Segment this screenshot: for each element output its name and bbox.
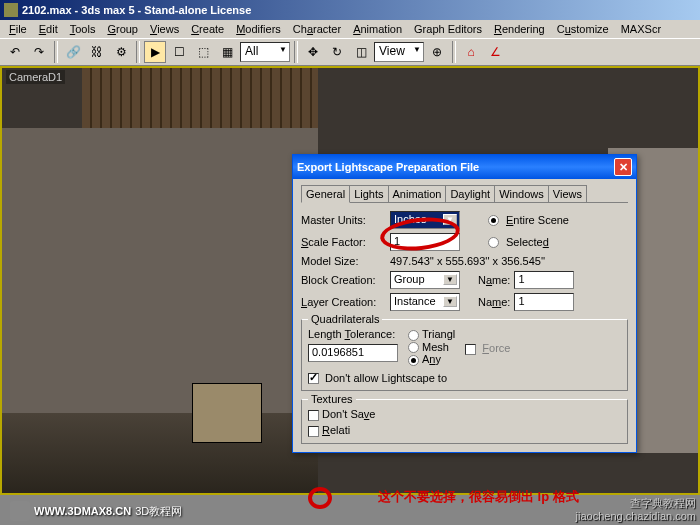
block-creation-label: Block Creation:	[301, 274, 386, 286]
relative-label: Relati	[322, 424, 350, 436]
force-checkbox	[465, 344, 476, 355]
scale-factor-label: Scale Factor:	[301, 236, 386, 248]
menu-create[interactable]: Create	[186, 22, 229, 36]
annotation-text: 这个不要选择，很容易倒出 lp 格式	[378, 488, 579, 506]
angle-snap-button[interactable]: ∠	[484, 41, 506, 63]
quadrilaterals-group: Quadrilaterals Length Tolerance: 0.01968…	[301, 319, 628, 391]
scale-factor-input[interactable]: 1	[390, 233, 460, 251]
textures-title: Textures	[308, 393, 356, 405]
layer-creation-label: Layer Creation:	[301, 296, 386, 308]
dont-save-checkbox[interactable]	[308, 410, 319, 421]
bind-button[interactable]: ⚙	[110, 41, 132, 63]
selected-label: Selected	[506, 236, 549, 248]
dialog-body: General Lights Animation Daylight Window…	[293, 179, 636, 452]
tab-animation[interactable]: Animation	[388, 185, 447, 202]
layer-creation-combo[interactable]: Instance	[390, 293, 460, 311]
redo-button[interactable]: ↷	[28, 41, 50, 63]
dialog-titlebar[interactable]: Export Lightscape Preparation File ✕	[293, 155, 636, 179]
menu-animation[interactable]: Animation	[348, 22, 407, 36]
entire-scene-radio[interactable]	[488, 215, 499, 226]
viewport-label: CameraD1	[6, 70, 65, 84]
window-title: 2102.max - 3ds max 5 - Stand-alone Licen…	[22, 4, 251, 16]
dont-save-label: Don't Save	[322, 408, 375, 420]
export-dialog: Export Lightscape Preparation File ✕ Gen…	[292, 154, 637, 453]
dialog-tabs: General Lights Animation Daylight Window…	[301, 185, 628, 203]
separator	[54, 41, 58, 63]
model-size-value: 497.543'' x 555.693'' x 356.545''	[390, 255, 545, 267]
menu-graph[interactable]: Graph Editors	[409, 22, 487, 36]
rotate-button[interactable]: ↻	[326, 41, 348, 63]
menu-tools[interactable]: Tools	[65, 22, 101, 36]
menu-views[interactable]: Views	[145, 22, 184, 36]
tab-windows[interactable]: Windows	[494, 185, 549, 202]
block-creation-combo[interactable]: Group	[390, 271, 460, 289]
separator	[136, 41, 140, 63]
triangl-radio[interactable]	[408, 330, 419, 341]
length-tol-label: Length Tolerance:	[308, 328, 398, 340]
menu-customize[interactable]: Customize	[552, 22, 614, 36]
app-icon	[4, 3, 18, 17]
center-button[interactable]: ⊕	[426, 41, 448, 63]
undo-button[interactable]: ↶	[4, 41, 26, 63]
tab-general[interactable]: General	[301, 185, 350, 203]
menu-file[interactable]: File	[4, 22, 32, 36]
textures-group: Textures Don't Save Relati	[301, 399, 628, 443]
name1-input[interactable]: 1	[514, 271, 574, 289]
menu-character[interactable]: Character	[288, 22, 346, 36]
force-label: Force	[482, 342, 510, 354]
tab-lights[interactable]: Lights	[349, 185, 388, 202]
close-button[interactable]: ✕	[614, 158, 632, 176]
snap-button[interactable]: ⌂	[460, 41, 482, 63]
dont-allow-checkbox[interactable]	[308, 373, 319, 384]
separator	[452, 41, 456, 63]
menu-maxscript[interactable]: MAXScr	[616, 22, 666, 36]
unlink-button[interactable]: ⛓	[86, 41, 108, 63]
watermark-r1: 查字典教程网	[576, 497, 696, 510]
tab-daylight[interactable]: Daylight	[445, 185, 495, 202]
link-button[interactable]: 🔗	[62, 41, 84, 63]
main-toolbar: ↶ ↷ 🔗 ⛓ ⚙ ▶ ☐ ⬚ ▦ All ✥ ↻ ◫ View ⊕ ⌂ ∠	[0, 38, 700, 66]
menu-group[interactable]: Group	[102, 22, 143, 36]
tab-views[interactable]: Views	[548, 185, 587, 202]
filter-button[interactable]: ▦	[216, 41, 238, 63]
move-button[interactable]: ✥	[302, 41, 324, 63]
any-radio[interactable]	[408, 355, 419, 366]
watermark-r2: jiaocheng.chazidian.com	[576, 510, 696, 523]
quads-title: Quadrilaterals	[308, 313, 382, 325]
menu-edit[interactable]: Edit	[34, 22, 63, 36]
main-titlebar: 2102.max - 3ds max 5 - Stand-alone Licen…	[0, 0, 700, 20]
separator	[294, 41, 298, 63]
dont-allow-label: Don't allow Lightscape to	[325, 372, 447, 384]
scene-ceiling	[82, 68, 318, 128]
watermark-left: WWW.3DMAX8.CN 3D教程网	[10, 501, 182, 521]
scene-floor	[2, 413, 318, 493]
master-units-label: Master Units:	[301, 214, 386, 226]
relative-checkbox[interactable]	[308, 426, 319, 437]
name1-label: Name:	[478, 274, 510, 286]
refcoord-combo[interactable]: View	[374, 42, 424, 62]
watermark-sub: 3D教程网	[135, 504, 182, 519]
scene-box	[192, 383, 262, 443]
watermark-url: WWW.3DMAX8.CN	[34, 505, 131, 517]
any-label: Any	[422, 353, 441, 365]
region-button[interactable]: ⬚	[192, 41, 214, 63]
name2-input[interactable]: 1	[514, 293, 574, 311]
watermark-right: 查字典教程网 jiaocheng.chazidian.com	[576, 497, 696, 523]
triangl-label: Triangl	[422, 328, 455, 340]
length-tol-input[interactable]: 0.0196851	[308, 344, 398, 362]
select-button[interactable]: ▶	[144, 41, 166, 63]
entire-scene-label: Entire Scene	[506, 214, 569, 226]
mesh-radio[interactable]	[408, 342, 419, 353]
master-units-combo[interactable]: Inches	[390, 211, 460, 229]
scale-button[interactable]: ◫	[350, 41, 372, 63]
menu-rendering[interactable]: Rendering	[489, 22, 550, 36]
filter-combo[interactable]: All	[240, 42, 290, 62]
menu-modifiers[interactable]: Modifiers	[231, 22, 286, 36]
select-name-button[interactable]: ☐	[168, 41, 190, 63]
dialog-title: Export Lightscape Preparation File	[297, 161, 479, 173]
model-size-label: Model Size:	[301, 255, 386, 267]
name2-label: Name:	[478, 296, 510, 308]
watermark-logo-icon	[10, 501, 30, 521]
selected-radio[interactable]	[488, 237, 499, 248]
mesh-label: Mesh	[422, 341, 449, 353]
